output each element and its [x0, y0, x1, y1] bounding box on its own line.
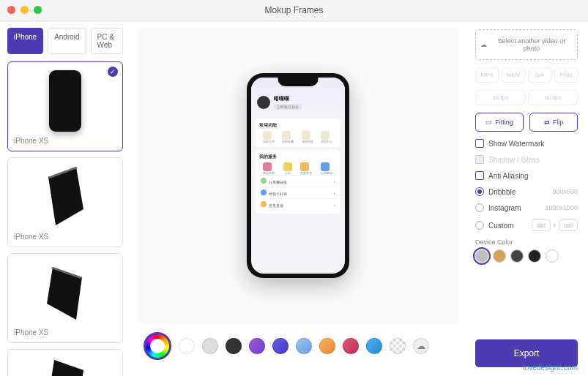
flip-icon: ⇄	[544, 119, 550, 126]
device-card[interactable]	[7, 349, 123, 376]
svg-marker-4	[48, 360, 83, 376]
bg-swatch[interactable]	[272, 338, 289, 354]
device-card[interactable]: ✓ iPhone XS	[7, 61, 123, 151]
background-color-row: ☁	[138, 323, 458, 369]
settings-panel: ☁ Select another video or photo MP4 MOV …	[465, 20, 588, 376]
size-instagram[interactable]: Instagram 1000x1000	[475, 203, 578, 212]
bg-swatch[interactable]	[202, 338, 218, 354]
bg-swatch[interactable]	[179, 338, 195, 354]
screen-username: 暗喵喵	[274, 95, 302, 102]
close-window-button[interactable]	[7, 6, 15, 14]
device-label: iPhone XS	[14, 137, 116, 145]
bg-swatch[interactable]	[249, 338, 265, 354]
device-card[interactable]: iPhone XS	[7, 157, 123, 247]
traffic-lights	[7, 6, 42, 14]
device-color-label: Device Color	[475, 238, 578, 246]
platform-tabs: iPhone Android PC & Web	[7, 28, 123, 54]
window-title: Mokup Frames	[264, 5, 323, 15]
device-label: iPhone XS	[14, 328, 116, 336]
maximize-window-button[interactable]	[34, 6, 42, 14]
device-color-swatch[interactable]	[475, 249, 488, 263]
verify-badge: 立即验证身份	[274, 104, 302, 110]
custom-width-input[interactable]	[532, 219, 551, 231]
size-dribbble[interactable]: Dribbble 800x600	[475, 187, 578, 196]
svg-marker-2	[47, 267, 82, 320]
color-wheel-button[interactable]	[144, 332, 171, 360]
size-custom[interactable]: Custom ×	[475, 219, 578, 231]
fitting-button[interactable]: ▭ Fitting	[475, 113, 524, 132]
phone-mockup: 暗喵喵 立即验证身份 常用功能 我的订单 我的收藏 我的消息 消息中心	[247, 73, 349, 278]
tab-pcweb[interactable]: PC & Web	[91, 28, 123, 54]
format-gif[interactable]: GIF	[528, 67, 551, 83]
device-color-swatch[interactable]	[493, 249, 506, 263]
device-card[interactable]: iPhone XS	[7, 253, 123, 343]
format-mov[interactable]: MOV	[502, 67, 525, 83]
device-label: iPhone XS	[14, 233, 116, 241]
fps-30[interactable]: 30 fps	[475, 90, 525, 105]
canvas-area: 暗喵喵 立即验证身份 常用功能 我的订单 我的收藏 我的消息 消息中心	[130, 20, 465, 376]
format-png[interactable]: PNG	[554, 67, 578, 83]
watermark-text: lovedesignc.com	[524, 364, 578, 372]
bg-swatch[interactable]	[343, 338, 359, 354]
custom-height-input[interactable]	[559, 219, 578, 231]
tab-android[interactable]: Android	[48, 28, 86, 54]
device-color-swatch[interactable]	[546, 249, 559, 263]
bg-swatch-transparent[interactable]	[390, 338, 406, 354]
select-media-button[interactable]: ☁ Select another video or photo	[475, 29, 578, 60]
titlebar: Mokup Frames	[0, 0, 588, 20]
minimize-window-button[interactable]	[21, 6, 29, 14]
tab-iphone[interactable]: iPhone	[7, 28, 43, 54]
selected-check-icon: ✓	[108, 67, 118, 77]
avatar	[257, 96, 270, 109]
format-mp4[interactable]: MP4	[475, 67, 499, 83]
bg-upload-button[interactable]: ☁	[413, 338, 429, 354]
device-color-swatch[interactable]	[528, 249, 541, 263]
watermark-toggle[interactable]: Show Watermark	[475, 139, 578, 148]
fps-60[interactable]: 60 fps	[528, 90, 578, 105]
cloud-upload-icon: ☁	[480, 41, 487, 48]
device-color-swatch[interactable]	[510, 249, 524, 263]
bg-swatch[interactable]	[296, 338, 312, 354]
preview-canvas[interactable]: 暗喵喵 立即验证身份 常用功能 我的订单 我的收藏 我的消息 消息中心	[138, 28, 458, 323]
bg-swatch[interactable]	[226, 338, 242, 354]
bg-swatch[interactable]	[366, 338, 382, 354]
fitting-icon: ▭	[485, 119, 492, 126]
shadow-toggle: Shadow / Glass	[475, 155, 578, 164]
device-sidebar: iPhone Android PC & Web ✓ iPhone XS iPho…	[0, 20, 130, 376]
bg-swatch[interactable]	[319, 338, 335, 354]
flip-button[interactable]: ⇄ Flip	[529, 113, 578, 132]
antialias-toggle[interactable]: Anti Aliasing	[475, 171, 578, 180]
